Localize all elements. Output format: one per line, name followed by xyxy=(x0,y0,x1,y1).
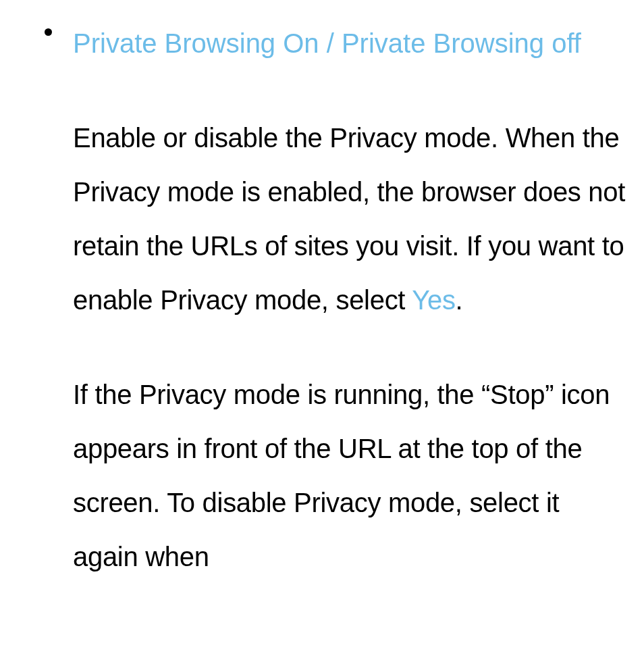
bullet-list: Private Browsing On / Private Browsing o… xyxy=(36,16,630,584)
bullet-icon xyxy=(45,28,52,36)
paragraph-text: If the Privacy mode is running, the “Sto… xyxy=(73,380,610,572)
paragraph: If the Privacy mode is running, the “Sto… xyxy=(73,367,630,584)
paragraph: Enable or disable the Privacy mode. When… xyxy=(73,111,630,327)
paragraph-text: . xyxy=(456,285,463,315)
item-title: Private Browsing On / Private Browsing o… xyxy=(73,16,630,70)
paragraph-text: Enable or disable the Privacy mode. When… xyxy=(73,123,625,315)
highlight-yes: Yes xyxy=(412,285,455,315)
document-content: Private Browsing On / Private Browsing o… xyxy=(0,0,644,584)
list-item: Private Browsing On / Private Browsing o… xyxy=(36,16,630,584)
